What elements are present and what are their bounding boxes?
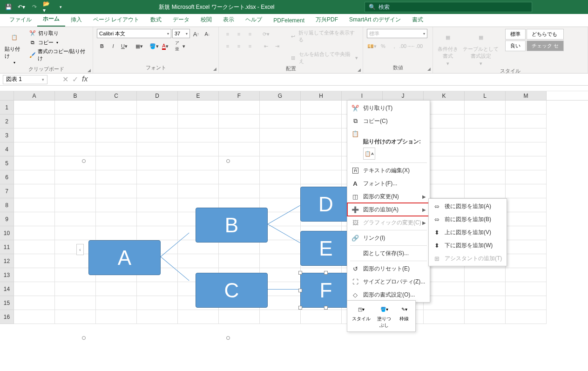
font-color-button[interactable]: A▾ (160, 41, 170, 51)
cm-edit-text[interactable]: 🄰テキストの編集(X) (347, 164, 430, 177)
tab-page-layout[interactable]: ページ レイアウト (88, 13, 145, 27)
comma-icon[interactable]: , (389, 41, 399, 51)
row-header[interactable]: 10 (0, 226, 14, 240)
col-header[interactable]: D (137, 91, 178, 100)
increase-font-icon[interactable]: A↑ (191, 29, 201, 39)
row-header[interactable]: 9 (0, 212, 14, 226)
paste-option-keep-source[interactable]: 📋A (363, 148, 375, 160)
tab-format[interactable]: 書式 (406, 13, 429, 27)
merge-center-button[interactable]: ⊞セルを結合して中央揃え▾ (289, 50, 359, 65)
resize-handle[interactable] (298, 271, 302, 275)
format-as-table-button[interactable]: ▦ テーブルとして 書式設定▾ (462, 29, 500, 67)
underline-button[interactable]: U▾ (119, 41, 129, 51)
row-header[interactable]: 1 (0, 101, 14, 115)
fx-icon[interactable]: fx (82, 75, 88, 84)
resize-handle[interactable] (298, 289, 302, 292)
col-header[interactable]: F (219, 91, 260, 100)
tab-file[interactable]: ファイル (4, 13, 37, 27)
align-bottom-icon[interactable]: ≡ (245, 29, 255, 39)
font-dialog-launcher[interactable]: ◢ (213, 67, 216, 71)
sm-add-above[interactable]: ⬍上に図形を追加(V) (429, 226, 507, 239)
conditional-format-button[interactable]: ▦ 条件付き 書式▾ (437, 29, 459, 67)
accounting-format-icon[interactable]: 💴▾ (367, 41, 377, 51)
cm-reset-shape[interactable]: ↺図形のリセット(E) (347, 262, 430, 275)
selection-handle[interactable] (226, 336, 230, 340)
mini-fill-button[interactable]: 🪣▾ 塗りつ ぶし (374, 303, 394, 330)
align-top-icon[interactable]: ≡ (223, 29, 233, 39)
row-header[interactable]: 3 (0, 128, 14, 142)
row-header[interactable]: 8 (0, 198, 14, 212)
cm-format-shape[interactable]: ◇図形の書式設定(O)... (347, 288, 430, 301)
row-header[interactable]: 13 (0, 268, 14, 282)
font-size-combo[interactable]: 37▾ (172, 29, 190, 38)
phonetic-button[interactable]: ア亜▾ (175, 41, 185, 51)
col-header[interactable]: A (14, 91, 55, 100)
smartart-node-a[interactable]: A (88, 240, 161, 275)
bold-button[interactable]: B (97, 41, 107, 51)
qat-customize-icon[interactable]: ▾ (56, 2, 65, 12)
name-box[interactable]: 図表 1▾ (3, 75, 47, 84)
tab-smartart-design[interactable]: SmartArt のデザイン (344, 13, 406, 27)
tab-home[interactable]: ホーム (37, 12, 65, 27)
align-middle-icon[interactable]: ≡ (234, 29, 244, 39)
style-normal[interactable]: 標準 (505, 29, 526, 40)
formula-input[interactable] (93, 75, 588, 84)
search-box[interactable]: 🔍 検索 (365, 2, 532, 12)
cm-size-properties[interactable]: ⛶サイズとプロパティ(Z)... (347, 275, 430, 288)
decrease-indent-icon[interactable]: ⇤ (261, 41, 271, 51)
style-neutral[interactable]: どちらでも (527, 29, 564, 40)
confirm-formula-icon[interactable]: ✓ (72, 75, 78, 84)
selection-handle[interactable] (82, 159, 86, 163)
select-all-corner[interactable] (0, 91, 14, 100)
number-format-combo[interactable]: 標準▾ (367, 29, 427, 38)
format-painter-button[interactable]: 🖌️書式のコピー/貼り付け (28, 47, 89, 62)
row-header[interactable]: 4 (0, 142, 14, 156)
clipboard-dialog-launcher[interactable]: ◢ (88, 68, 91, 73)
undo-icon[interactable]: ↶▾ (17, 2, 26, 12)
resize-handle[interactable] (324, 271, 328, 275)
row-header[interactable]: 2 (0, 115, 14, 128)
row-header[interactable]: 7 (0, 184, 14, 198)
cm-save-as-picture[interactable]: 図として保存(S)... (347, 247, 430, 260)
resize-handle[interactable] (324, 306, 328, 310)
save-icon[interactable]: 💾 (4, 2, 13, 12)
cm-add-shape[interactable]: ➕図形の追加(A)▶ (347, 203, 430, 216)
tab-data[interactable]: データ (167, 13, 195, 27)
increase-decimal-icon[interactable]: .00→ (400, 41, 411, 51)
copy-button[interactable]: ⧉コピー▾ (28, 38, 89, 47)
col-header[interactable]: C (96, 91, 137, 100)
style-check-cell[interactable]: チェック セ (527, 40, 564, 51)
sm-add-below[interactable]: ⬍下に図形を追加(W) (429, 239, 507, 252)
row-header[interactable]: 15 (0, 296, 14, 310)
col-header[interactable]: G (260, 91, 301, 100)
paste-button[interactable]: 📋 貼り付け ▾ (4, 29, 25, 66)
smartart-node-f[interactable]: F ⟳ (300, 273, 351, 308)
cm-change-shape[interactable]: ◫図形の変更(N)▶ (347, 190, 430, 203)
tab-insert[interactable]: 挿入 (65, 13, 88, 27)
cm-cut[interactable]: ✂️切り取り(T) (347, 101, 430, 115)
cm-link[interactable]: 🔗リンク(I) (347, 231, 430, 244)
col-header[interactable]: J (383, 91, 424, 100)
col-header[interactable]: I (342, 91, 383, 100)
selection-handle[interactable] (226, 159, 230, 163)
row-header[interactable]: 16 (0, 310, 14, 324)
sm-add-after[interactable]: ⬄後に図形を追加(A) (429, 200, 507, 213)
increase-indent-icon[interactable]: ⇥ (272, 41, 282, 51)
col-header[interactable]: K (424, 91, 465, 100)
row-header[interactable]: 12 (0, 254, 14, 268)
cell[interactable] (14, 101, 55, 115)
tab-help[interactable]: ヘルプ (240, 13, 268, 27)
row-header[interactable]: 6 (0, 170, 14, 184)
orientation-icon[interactable]: ⟳▾ (261, 29, 271, 39)
col-header[interactable]: M (506, 91, 547, 100)
tab-formulas[interactable]: 数式 (145, 13, 167, 27)
tab-review[interactable]: 校閲 (195, 13, 217, 27)
smartart-node-e[interactable]: E (300, 231, 351, 266)
mini-outline-button[interactable]: ✎▾ 枠線 (395, 303, 413, 330)
wrap-text-button[interactable]: ↩折り返して全体を表示する (289, 29, 359, 44)
open-icon[interactable]: 📂▾ (43, 2, 52, 12)
alignment-dialog-launcher[interactable]: ◢ (358, 67, 361, 72)
smartart-node-b[interactable]: B (196, 208, 268, 243)
smartart-container[interactable]: ‹ A B C D E F ⟳ (84, 161, 372, 338)
row-header[interactable]: 11 (0, 240, 14, 254)
